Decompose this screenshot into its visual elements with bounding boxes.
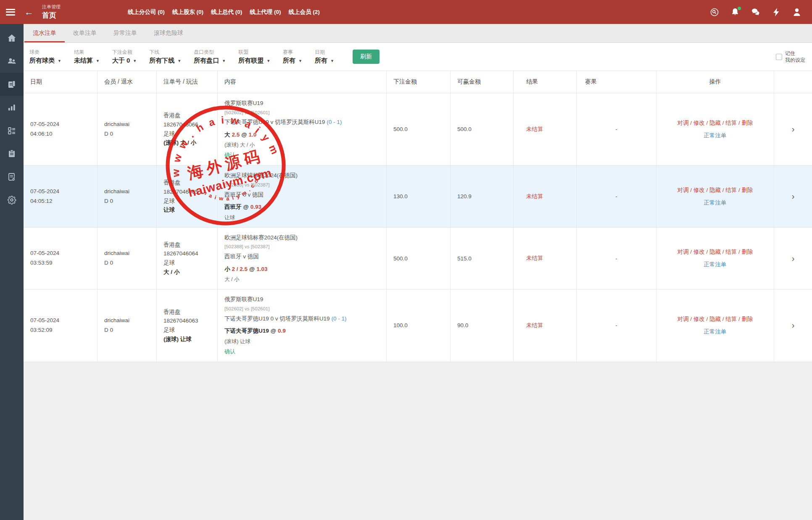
chevron-down-icon: ▼ (266, 59, 270, 63)
bell-icon[interactable] (731, 8, 739, 16)
play-type: 让球 (163, 205, 211, 215)
chevron-right-icon[interactable]: › (792, 124, 795, 134)
search-icon[interactable] (710, 8, 719, 16)
filter-result[interactable]: 结果 未结算▼ (74, 49, 100, 65)
nav-online-shareholder[interactable]: 线上股东 (0) (172, 8, 203, 16)
sidebar-item-home[interactable] (0, 26, 24, 50)
filter-league[interactable]: 联盟 所有联盟▼ (238, 49, 270, 65)
filter-date[interactable]: 日期 所有▼ (315, 49, 334, 65)
operation-links: 对调 / 修改 / 隐藏 / 结算 / 删除 (677, 315, 753, 323)
op-separator: / (721, 249, 725, 255)
op-settle-link[interactable]: 结算 (725, 316, 737, 322)
sidebar-item-ledger[interactable] (0, 142, 24, 165)
tab-changed-orders[interactable]: 改单注单 (65, 24, 105, 42)
tab-running-orders[interactable]: 流水注单 (24, 24, 65, 42)
lightning-icon[interactable] (772, 8, 780, 16)
sport-name: 足球 (163, 258, 211, 268)
ticket-number: 18267046063 (163, 316, 211, 326)
op-edit-link[interactable]: 修改 (693, 187, 705, 193)
sidebar-item-logs[interactable] (0, 165, 24, 188)
op-settle-link[interactable]: 结算 (725, 249, 737, 255)
op-separator: / (737, 316, 741, 322)
chevron-right-icon[interactable]: › (792, 320, 795, 330)
op-edit-link[interactable]: 修改 (693, 249, 705, 255)
filter-sport[interactable]: 球类 所有球类▼ (29, 49, 61, 65)
op-hide-link[interactable]: 隐藏 (709, 316, 721, 322)
filter-match[interactable]: 赛事 所有▼ (283, 49, 302, 65)
bet-odds: 1.0 (248, 131, 256, 138)
op-separator: / (737, 249, 741, 255)
match-ids: [502602] vs [502601] (224, 305, 380, 313)
filter-market-type[interactable]: 盘口类型 所有盘口▼ (194, 49, 226, 65)
op-separator: / (705, 249, 709, 255)
league-name: 欧洲足球锦标赛2024(在德国) (224, 234, 380, 242)
op-delete-link[interactable]: 删除 (742, 249, 753, 255)
chevron-right-icon[interactable]: › (792, 192, 795, 201)
result-status: 未结算 (526, 193, 569, 200)
back-arrow-icon[interactable]: ← (24, 8, 34, 17)
user-icon[interactable] (793, 8, 801, 16)
normal-bet-link[interactable]: 正常注单 (704, 132, 727, 139)
op-delete-link[interactable]: 删除 (742, 316, 753, 322)
nav-online-company[interactable]: 线上分公司 (0) (128, 8, 165, 16)
sidebar-item-orders[interactable] (0, 73, 24, 96)
match-result: - (577, 165, 656, 227)
chevron-down-icon: ▼ (58, 59, 61, 63)
op-hide-link[interactable]: 隐藏 (709, 249, 721, 255)
op-hide-link[interactable]: 隐藏 (709, 187, 721, 193)
op-hide-link[interactable]: 隐藏 (709, 120, 721, 126)
clipboard-icon (7, 149, 17, 159)
sidebar-item-games[interactable] (0, 119, 24, 142)
breadcrumb: 注单管理 (42, 4, 61, 10)
menu-icon[interactable] (6, 9, 15, 16)
op-settle-link[interactable]: 结算 (725, 120, 737, 126)
tab-bar: 流水注单 改单注单 异常注单 滚球危险球 (24, 24, 812, 43)
normal-bet-link[interactable]: 正常注单 (704, 261, 727, 268)
tab-rolling-danger[interactable]: 滚球危险球 (145, 24, 192, 42)
tab-abnormal-orders[interactable]: 异常注单 (105, 24, 145, 42)
nav-online-master-agent[interactable]: 线上总代 (0) (211, 8, 242, 16)
filter-bar: 球类 所有球类▼ 结果 未结算▼ 下注金额 大于 0▼ 下线 所有下线▼ 盘口类… (24, 43, 812, 71)
op-settle-link[interactable]: 结算 (725, 187, 737, 193)
op-separator: / (737, 120, 741, 126)
nav-online-member[interactable]: 线上会员 (2) (289, 8, 320, 16)
table-row: 07-05-2024 03:53:59 drichaiwai D 0 香港盘 1… (24, 228, 812, 289)
nav-online-agent[interactable]: 线上代理 (0) (250, 8, 281, 16)
filter-bet-amount[interactable]: 下注金额 大于 0▼ (112, 49, 137, 65)
confirm-link[interactable]: 确认 (224, 348, 235, 356)
sidebar-item-settings[interactable] (0, 188, 24, 211)
op-edit-link[interactable]: 修改 (693, 316, 705, 322)
header-content: 内容 (218, 71, 387, 93)
normal-bet-link[interactable]: 正常注单 (704, 199, 727, 207)
op-swap-link[interactable]: 对调 (677, 120, 688, 126)
result-status: 未结算 (526, 322, 569, 329)
chevron-right-icon[interactable]: › (792, 254, 795, 263)
table-row: 07-05-2024 03:52:09 drichaiwai D 0 香港盘 1… (24, 289, 812, 362)
bet-amount: 130.0 (387, 165, 451, 227)
op-swap-link[interactable]: 对调 (677, 316, 688, 322)
op-separator: / (721, 316, 725, 322)
members-icon (7, 56, 17, 66)
confirm-link[interactable]: 确认 (224, 151, 235, 159)
sidebar-item-members[interactable] (0, 50, 24, 73)
sidebar-item-reports[interactable] (0, 96, 24, 119)
orders-icon (7, 79, 17, 89)
op-delete-link[interactable]: 删除 (742, 120, 753, 126)
refresh-button[interactable]: 刷新 (353, 50, 380, 64)
chevron-down-icon: ▼ (96, 59, 100, 63)
bet-type: (滚球) 让球 (224, 338, 380, 345)
result-status: 未结算 (526, 126, 569, 133)
op-edit-link[interactable]: 修改 (693, 120, 705, 126)
op-delete-link[interactable]: 删除 (742, 187, 753, 193)
remember-settings-checkbox[interactable] (776, 54, 782, 60)
op-swap-link[interactable]: 对调 (677, 249, 688, 255)
op-separator: / (737, 187, 741, 193)
match-ids: [502388] vs [502387] (224, 243, 380, 250)
bet-odds: 0.9 (278, 328, 286, 334)
chat-icon[interactable] (751, 8, 760, 16)
filter-downline[interactable]: 下线 所有下线▼ (149, 49, 181, 65)
bet-date: 07-05-2024 (30, 249, 90, 258)
normal-bet-link[interactable]: 正常注单 (704, 328, 727, 336)
op-swap-link[interactable]: 对调 (677, 187, 688, 193)
member-name: drichaiwai (104, 120, 150, 129)
